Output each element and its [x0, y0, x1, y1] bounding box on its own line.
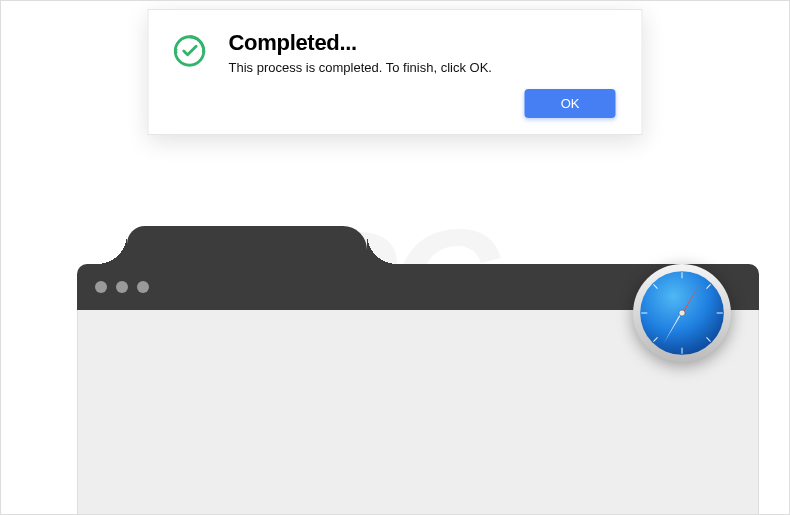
window-maximize-dot[interactable]	[137, 281, 149, 293]
ok-button[interactable]: OK	[525, 89, 616, 118]
dialog-actions: OK	[229, 89, 616, 118]
completion-dialog: Completed... This process is completed. …	[148, 9, 643, 135]
browser-tab	[127, 226, 367, 264]
window-close-dot[interactable]	[95, 281, 107, 293]
dialog-message: This process is completed. To finish, cl…	[229, 60, 616, 75]
checkmark-refresh-icon	[169, 30, 211, 118]
safari-compass-icon	[631, 262, 733, 364]
svg-point-15	[679, 310, 685, 316]
dialog-body: Completed... This process is completed. …	[211, 30, 616, 118]
window-minimize-dot[interactable]	[116, 281, 128, 293]
dialog-title: Completed...	[229, 30, 616, 56]
